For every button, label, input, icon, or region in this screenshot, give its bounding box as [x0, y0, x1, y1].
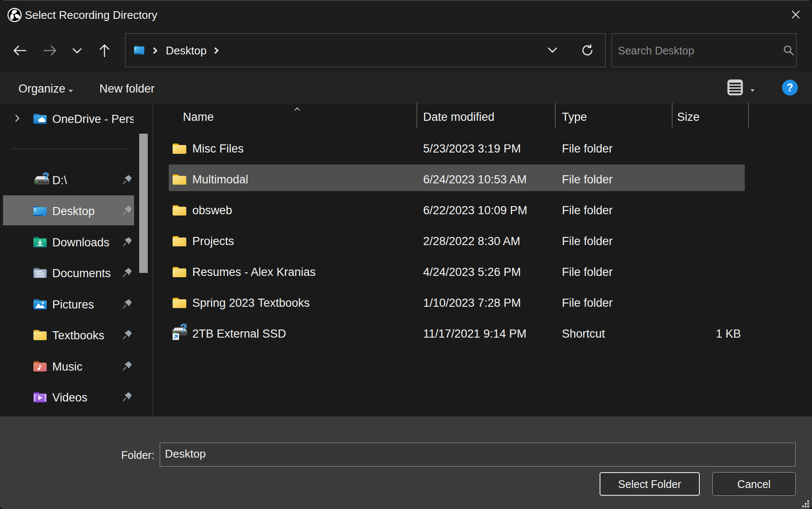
svg-text:?: ?: [42, 171, 49, 183]
svg-text:?: ?: [180, 323, 187, 334]
svg-text:?: ?: [787, 81, 793, 93]
